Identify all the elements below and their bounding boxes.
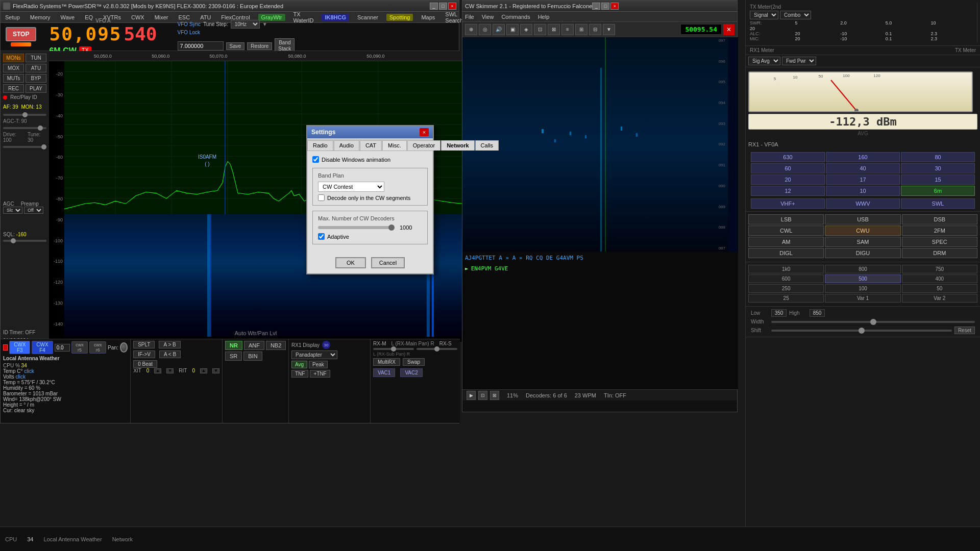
band-630[interactable]: 630 [751, 152, 825, 162]
tab-network[interactable]: Network [441, 140, 474, 151]
mode-sam[interactable]: SAM [825, 237, 900, 247]
filter-1k0[interactable]: 1k0 [748, 265, 824, 273]
tab-cat[interactable]: CAT [360, 140, 382, 151]
vac2-btn[interactable]: VAC2 [400, 368, 422, 377]
af-slider[interactable] [3, 114, 46, 116]
band-40[interactable]: 40 [826, 163, 900, 173]
combo-select[interactable]: Combo [780, 11, 811, 19]
filter-600[interactable]: 600 [748, 274, 824, 283]
vac1-btn[interactable]: VAC1 [373, 368, 395, 377]
filter-var1[interactable]: Var 1 [825, 294, 900, 303]
muts-btn[interactable]: MUTs [3, 74, 24, 83]
sk-btn-8[interactable]: ≡ [561, 24, 574, 35]
filter-250[interactable]: 250 [748, 284, 824, 293]
restore-btn[interactable]: Restore [247, 42, 272, 50]
menu-scanner[interactable]: Scanner [355, 13, 380, 21]
skimmer-minimize[interactable]: _ [592, 3, 600, 10]
disable-animation-checkbox[interactable] [312, 156, 319, 163]
en4pvm-row[interactable]: ► EN4PVM G4VE [465, 265, 736, 272]
filter-400[interactable]: 400 [902, 274, 977, 283]
mode-lsb[interactable]: LSB [748, 214, 824, 224]
sk-btn-10[interactable]: ⊟ [589, 24, 601, 35]
band-15[interactable]: 15 [901, 174, 975, 185]
ok-btn[interactable]: OK [335, 257, 366, 268]
avg-btn[interactable]: Avg [291, 361, 307, 368]
band-swl[interactable]: SWL [901, 198, 975, 209]
byp-btn[interactable]: BYP [26, 74, 46, 83]
sk-btn-3[interactable]: 🔊 [493, 24, 505, 35]
filter-var2[interactable]: Var 2 [902, 294, 977, 303]
menu-maps[interactable]: Maps [419, 13, 437, 21]
beat-btn[interactable]: 0 Beat [133, 360, 157, 368]
volts-link[interactable]: click [15, 374, 25, 380]
cwx-r6-tab[interactable]: cwx r6 [89, 341, 106, 354]
dialog-close-btn[interactable]: × [420, 128, 429, 136]
peak-btn[interactable]: Peak [309, 361, 328, 368]
anf-btn[interactable]: ANF [244, 341, 264, 350]
skimmer-menu-commands[interactable]: Commands [501, 14, 530, 20]
nr-btn[interactable]: NR [225, 341, 242, 350]
bin-btn[interactable]: BIN [243, 352, 262, 361]
mode-spec[interactable]: SPEC [902, 237, 977, 247]
band-60[interactable]: 60 [751, 163, 825, 173]
band-10[interactable]: 10 [826, 186, 900, 196]
tab-misc[interactable]: Misc. [382, 140, 407, 151]
vfo-sync-label[interactable]: VFO Sync [178, 21, 201, 27]
cwx-f4-tab[interactable]: CWX F4 [32, 341, 53, 354]
rx1-meter-select[interactable]: Sig Avg [748, 57, 780, 65]
sdr-maximize-btn[interactable]: □ [439, 3, 447, 10]
menu-txwaterid[interactable]: TX WaterID [291, 10, 316, 24]
band-vhf[interactable]: VHF+ [751, 198, 825, 209]
rxs-slider[interactable] [416, 348, 457, 350]
band-17[interactable]: 17 [826, 174, 900, 185]
sk-dropdown[interactable]: ▼ [603, 24, 615, 35]
save-btn[interactable]: Save [226, 42, 245, 50]
skimmer-close[interactable]: × [610, 3, 619, 10]
tab-radio[interactable]: Radio [307, 140, 333, 151]
freq-input-field[interactable] [178, 41, 224, 51]
filter-800[interactable]: 800 [825, 265, 900, 273]
filter-500[interactable]: 500 [825, 274, 900, 283]
skimmer-maximize[interactable]: □ [601, 3, 609, 10]
sk-btn-1[interactable]: ⊕ [465, 24, 477, 35]
rit-up[interactable]: ▲ [200, 368, 207, 373]
cwx-f3-tab[interactable]: CWX F3 [9, 341, 30, 354]
a-b2-btn[interactable]: A < B [159, 350, 181, 358]
if-v-btn[interactable]: IF->V [133, 350, 155, 358]
filter-25[interactable]: 25 [748, 294, 824, 303]
preamp-select[interactable]: OffLowHigh [24, 207, 43, 214]
tun-btn[interactable]: TUN [26, 54, 46, 62]
mode-am[interactable]: AM [748, 237, 824, 247]
sk-status-icon3[interactable]: ⊠ [490, 391, 499, 400]
mode-usb[interactable]: USB [825, 214, 900, 224]
stop-button[interactable]: STOP [6, 27, 36, 41]
rxm-slider[interactable] [373, 348, 414, 350]
agc-mode-select[interactable]: SlowFastMed [3, 207, 22, 214]
rx1-mode-select[interactable]: PanadapterWaterfallSpectrum [291, 350, 337, 359]
sk-btn-9[interactable]: ⊞ [575, 24, 587, 35]
sql-slider[interactable] [3, 240, 46, 242]
skimmer-menu-help[interactable]: Help [538, 14, 550, 20]
band-plan-select[interactable]: CW Contest General Contest [318, 182, 384, 192]
mode-digl[interactable]: DIGL [748, 248, 824, 258]
sr-btn[interactable]: SR [225, 352, 242, 361]
band-80[interactable]: 80 [901, 152, 975, 162]
filter-50[interactable]: 50 [902, 284, 977, 293]
shift-slider[interactable] [771, 330, 952, 332]
a-b-btn[interactable]: A > B [159, 341, 180, 348]
tab-calls[interactable]: Calls [475, 140, 499, 151]
tune-step-select[interactable]: 10Hz100Hz1kHz [231, 20, 260, 29]
tab-audio[interactable]: Audio [334, 140, 359, 151]
filter-100[interactable]: 100 [825, 284, 900, 293]
rit-down[interactable]: ▼ [212, 368, 219, 373]
multirx-btn[interactable]: MultiRX [373, 358, 400, 366]
band-wwv[interactable]: WWV [826, 198, 900, 209]
tnf-btn[interactable]: TNF [291, 370, 308, 378]
decode-cw-checkbox[interactable] [318, 194, 325, 201]
max-decoders-slider[interactable] [318, 226, 395, 229]
agct-slider[interactable] [3, 127, 46, 129]
sk-btn-4[interactable]: ▣ [506, 24, 519, 35]
xit-up[interactable]: ▲ [154, 368, 161, 373]
spot-1[interactable]: AJ4PGTTET A » A » RQ CQ DE G4AVM PS [465, 254, 736, 263]
play-btn[interactable]: PLAY [26, 84, 46, 93]
